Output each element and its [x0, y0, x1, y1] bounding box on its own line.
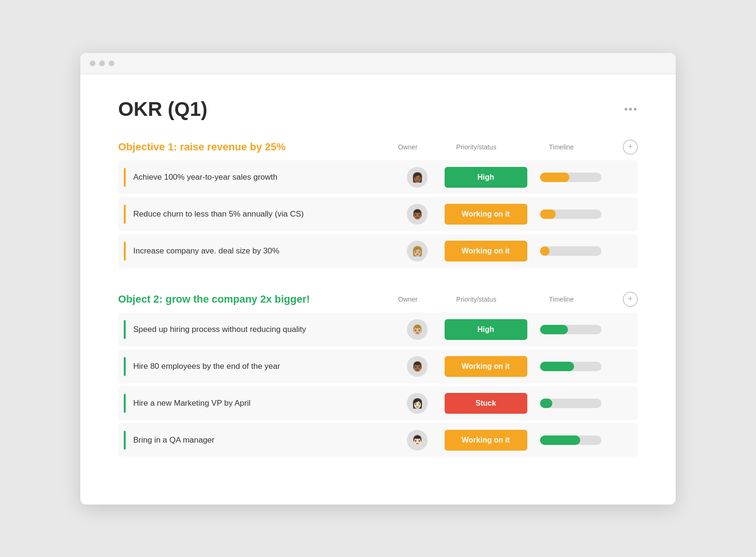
avatar: 👨🏾	[407, 356, 428, 377]
col-header-col_timeline: Timeline	[524, 143, 599, 151]
task-timeline-column	[533, 399, 609, 408]
task-border-indicator	[124, 357, 126, 376]
task-owner-column: 👨🏾	[396, 356, 438, 377]
task-row: Speed up hiring process without reducing…	[118, 313, 638, 347]
task-text: Achieve 100% year-to-year sales growth	[133, 173, 396, 182]
avatar: 👨🏼	[407, 319, 428, 340]
avatar: 👩🏼	[407, 241, 428, 261]
task-row: Achieve 100% year-to-year sales growth👩🏾…	[118, 160, 638, 194]
task-border-indicator	[124, 320, 126, 339]
task-row: Hire a new Marketing VP by April👩🏻Stuck	[118, 386, 638, 420]
col-header-col_owner: Owner	[387, 295, 429, 304]
timeline-fill	[540, 325, 568, 334]
task-priority-column: Stuck	[438, 393, 533, 414]
task-border-indicator	[124, 168, 126, 187]
task-text: Hire 80 employees by the end of the year	[133, 362, 396, 371]
task-text: Reduce churn to less than 5% annually (v…	[133, 209, 396, 219]
task-columns: 👨🏾Working on it	[396, 356, 632, 377]
objective-title-2: Object 2: grow the company 2x bigger!	[118, 293, 387, 305]
titlebar-dot-2	[99, 61, 105, 66]
page-header: OKR (Q1) •••	[118, 98, 638, 121]
task-priority-column: High	[438, 167, 533, 188]
task-owner-column: 👩🏻	[396, 393, 438, 414]
task-timeline-column	[533, 246, 609, 256]
col-header-col_priority: Priority/status	[429, 295, 524, 304]
col-header-col_timeline: Timeline	[524, 295, 599, 304]
objectives-container: Objective 1: raise revenue by 25%OwnerPr…	[118, 139, 638, 457]
avatar: 👩🏾	[407, 167, 428, 188]
task-text: Speed up hiring process without reducing…	[133, 325, 396, 334]
objective-header-2: Object 2: grow the company 2x bigger!Own…	[118, 292, 638, 307]
task-columns: 👩🏼Working on it	[396, 241, 632, 261]
objective-section-1: Objective 1: raise revenue by 25%OwnerPr…	[118, 139, 638, 268]
priority-badge[interactable]: High	[445, 319, 527, 340]
task-priority-column: Working on it	[438, 430, 533, 451]
task-owner-column: 👨🏻	[396, 430, 438, 451]
task-columns: 👩🏾High	[396, 167, 632, 188]
objective-header-1: Objective 1: raise revenue by 25%OwnerPr…	[118, 139, 638, 155]
timeline-fill	[540, 362, 574, 371]
add-task-button-1[interactable]: +	[623, 139, 638, 155]
objective-section-2: Object 2: grow the company 2x bigger!Own…	[118, 292, 638, 457]
task-border-indicator	[124, 205, 126, 224]
timeline-bar	[540, 209, 601, 219]
priority-badge[interactable]: Working on it	[445, 241, 527, 261]
col-headers-1: OwnerPriority/statusTimeline	[387, 143, 623, 151]
priority-badge[interactable]: Working on it	[445, 356, 527, 377]
page-title: OKR (Q1)	[118, 98, 207, 121]
task-timeline-column	[533, 435, 609, 445]
avatar: 👨🏻	[407, 430, 428, 451]
task-priority-column: Working on it	[438, 241, 533, 261]
task-timeline-column	[533, 362, 609, 371]
timeline-bar	[540, 325, 601, 334]
priority-badge[interactable]: Working on it	[445, 204, 527, 225]
task-columns: 👨🏾Working on it	[396, 204, 632, 225]
task-owner-column: 👨🏾	[396, 204, 438, 225]
timeline-fill	[540, 173, 569, 182]
timeline-bar	[540, 173, 601, 182]
task-text: Bring in a QA manager	[133, 435, 396, 445]
timeline-fill	[540, 246, 550, 256]
timeline-fill	[540, 399, 552, 408]
task-text: Hire a new Marketing VP by April	[133, 399, 396, 408]
main-content: OKR (Q1) ••• Objective 1: raise revenue …	[80, 74, 676, 505]
task-border-indicator	[124, 394, 126, 413]
titlebar	[80, 53, 676, 74]
task-priority-column: Working on it	[438, 356, 533, 377]
timeline-fill	[540, 435, 580, 445]
task-columns: 👩🏻Stuck	[396, 393, 632, 414]
task-priority-column: Working on it	[438, 204, 533, 225]
col-headers-2: OwnerPriority/statusTimeline	[387, 295, 623, 304]
task-row: Hire 80 employees by the end of the year…	[118, 349, 638, 383]
titlebar-dot-3	[109, 61, 114, 66]
task-owner-column: 👨🏼	[396, 319, 438, 340]
avatar: 👨🏾	[407, 204, 428, 225]
task-row: Increase company ave. deal size by 30%👩🏼…	[118, 234, 638, 268]
add-task-button-2[interactable]: +	[623, 292, 638, 307]
task-row: Reduce churn to less than 5% annually (v…	[118, 197, 638, 231]
task-row: Bring in a QA manager👨🏻Working on it	[118, 423, 638, 457]
timeline-bar	[540, 435, 601, 445]
task-text: Increase company ave. deal size by 30%	[133, 246, 396, 256]
task-border-indicator	[124, 431, 126, 450]
col-header-col_priority: Priority/status	[429, 143, 524, 151]
col-header-col_owner: Owner	[387, 143, 429, 151]
priority-badge[interactable]: Working on it	[445, 430, 527, 451]
timeline-bar	[540, 399, 601, 408]
timeline-bar	[540, 362, 601, 371]
app-window: OKR (Q1) ••• Objective 1: raise revenue …	[80, 53, 676, 505]
priority-badge[interactable]: Stuck	[445, 393, 527, 414]
priority-badge[interactable]: High	[445, 167, 527, 188]
task-columns: 👨🏻Working on it	[396, 430, 632, 451]
task-owner-column: 👩🏼	[396, 241, 438, 261]
task-timeline-column	[533, 325, 609, 334]
timeline-fill	[540, 209, 556, 219]
avatar: 👩🏻	[407, 393, 428, 414]
more-options-button[interactable]: •••	[624, 103, 638, 115]
titlebar-dot-1	[90, 61, 95, 66]
objective-title-1: Objective 1: raise revenue by 25%	[118, 141, 387, 153]
task-columns: 👨🏼High	[396, 319, 632, 340]
task-border-indicator	[124, 242, 126, 261]
task-owner-column: 👩🏾	[396, 167, 438, 188]
task-priority-column: High	[438, 319, 533, 340]
